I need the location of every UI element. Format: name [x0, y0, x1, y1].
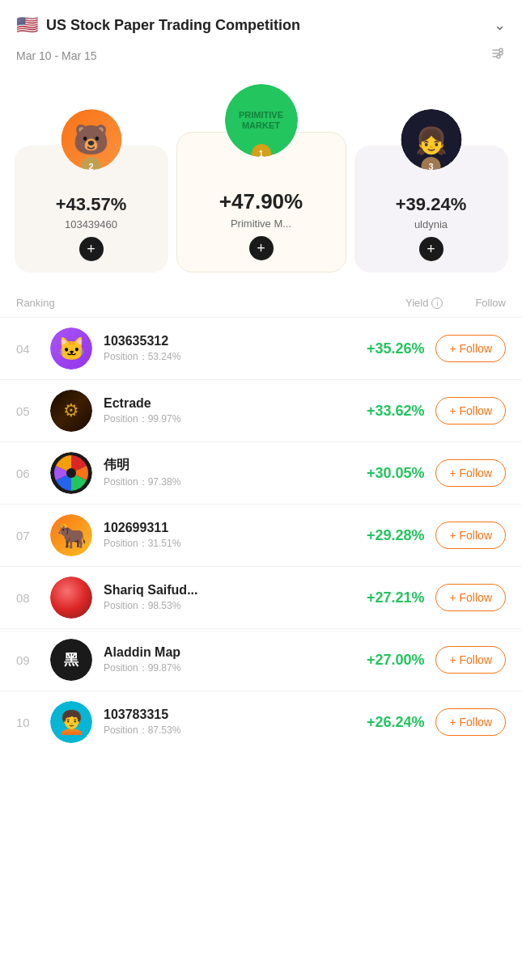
- chevron-down-icon[interactable]: ⌄: [494, 16, 506, 34]
- row-info: 103635312 Position：53.24%: [104, 334, 340, 364]
- podium-first-avatar: PRIMITIVEMARKET 1: [225, 84, 298, 157]
- row-avatar: ⚙: [50, 390, 92, 432]
- header-left: 🇺🇸 US Stock Paper Trading Competition: [16, 15, 300, 36]
- rank-number: 08: [16, 591, 39, 605]
- podium-second-yield: +43.57%: [56, 194, 126, 215]
- table-row: 07 🐂 102699311 Position：31.51% +29.28% +…: [0, 504, 522, 566]
- follow-button[interactable]: + Follow: [435, 397, 506, 425]
- table-row: 06 伟明 Position：97.38% +30.05% + Follow: [0, 441, 522, 504]
- row-name: 102699311: [104, 521, 340, 535]
- flag-icon: 🇺🇸: [16, 15, 38, 36]
- podium-second-name: 103439460: [65, 218, 117, 230]
- podium-first: PRIMITIVEMARKET 1 +47.90% Primitive M...…: [176, 132, 346, 272]
- podium-second-avatar: 🐻 2: [61, 109, 121, 170]
- rank-number: 06: [16, 467, 39, 480]
- row-yield: +30.05%: [351, 465, 424, 482]
- row-position: Position：99.97%: [104, 412, 340, 426]
- row-name: 103635312: [104, 334, 340, 348]
- row-avatar: 黑: [50, 639, 92, 681]
- row-position: Position：99.87%: [104, 661, 340, 675]
- podium-first-yield: +47.90%: [219, 189, 303, 214]
- follow-button[interactable]: + Follow: [435, 584, 506, 611]
- svg-point-4: [499, 52, 503, 55]
- row-name: Ectrade: [104, 396, 340, 411]
- follow-button[interactable]: + Follow: [435, 708, 506, 736]
- row-avatar: 🧑‍🦱: [50, 701, 92, 743]
- competition-title: US Stock Paper Trading Competition: [46, 17, 300, 34]
- date-row: Mar 10 - Mar 15: [0, 42, 522, 75]
- ranking-header-label: Ranking: [16, 297, 55, 309]
- row-name: 103783315: [104, 708, 340, 722]
- row-info: Ectrade Position：99.97%: [104, 396, 340, 426]
- podium-first-name: Primitive M...: [231, 218, 291, 230]
- table-row: 08 Shariq Saifud... Position：98.53% +27.…: [0, 566, 522, 628]
- row-avatar: 🐱: [50, 327, 92, 370]
- row-info: 102699311 Position：31.51%: [104, 521, 340, 551]
- row-avatar: [50, 577, 92, 619]
- row-avatar: [50, 452, 92, 494]
- podium-second-follow-button[interactable]: +: [79, 237, 104, 261]
- svg-point-9: [66, 468, 76, 478]
- follow-header-label: Follow: [475, 297, 506, 309]
- row-info: Shariq Saifud... Position：98.53%: [104, 583, 340, 613]
- table-row: 04 🐱 103635312 Position：53.24% +35.26% +…: [0, 317, 522, 379]
- podium-second: 🐻 2 +43.57% 103439460 +: [15, 146, 168, 272]
- row-position: Position：31.51%: [104, 537, 340, 551]
- row-position: Position：97.38%: [104, 475, 340, 489]
- podium-third-yield: +39.24%: [396, 194, 466, 215]
- table-row: 05 ⚙ Ectrade Position：99.97% +33.62% + F…: [0, 379, 522, 441]
- row-yield: +27.00%: [351, 652, 424, 669]
- follow-button[interactable]: + Follow: [435, 335, 506, 362]
- follow-button[interactable]: + Follow: [435, 459, 506, 487]
- row-position: Position：53.24%: [104, 350, 340, 364]
- row-name: 伟明: [104, 457, 340, 474]
- rank-number: 09: [16, 653, 39, 667]
- row-info: 103783315 Position：87.53%: [104, 708, 340, 737]
- podium-third-name: uldynia: [414, 218, 448, 230]
- row-yield: +29.28%: [351, 527, 424, 544]
- row-yield: +27.21%: [351, 589, 424, 606]
- ranking-header: Ranking Yield i Follow: [0, 289, 522, 317]
- row-yield: +26.24%: [351, 714, 424, 731]
- podium-first-follow-button[interactable]: +: [249, 236, 274, 260]
- podium-third: 👧 3 +39.24% uldynia +: [354, 146, 508, 272]
- ranking-list: 04 🐱 103635312 Position：53.24% +35.26% +…: [0, 317, 522, 753]
- svg-point-5: [497, 55, 500, 58]
- row-position: Position：87.53%: [104, 724, 340, 737]
- yield-info-icon[interactable]: i: [431, 298, 443, 309]
- filter-icon[interactable]: [490, 45, 506, 65]
- row-yield: +35.26%: [351, 340, 424, 357]
- podium-third-avatar: 👧 3: [401, 109, 461, 170]
- row-position: Position：98.53%: [104, 599, 340, 613]
- rank-number: 07: [16, 529, 39, 543]
- row-name: Aladdin Map: [104, 645, 340, 660]
- follow-button[interactable]: + Follow: [435, 522, 506, 549]
- yield-header-label: Yield i: [405, 297, 443, 309]
- date-range: Mar 10 - Mar 15: [16, 49, 97, 62]
- podium-third-follow-button[interactable]: +: [419, 237, 443, 261]
- row-avatar: 🐂: [50, 514, 92, 556]
- table-row: 09 黑 Aladdin Map Position：99.87% +27.00%…: [0, 628, 522, 691]
- table-row: 10 🧑‍🦱 103783315 Position：87.53% +26.24%…: [0, 691, 522, 753]
- rank-number: 10: [16, 716, 39, 729]
- row-info: Aladdin Map Position：99.87%: [104, 645, 340, 675]
- podium-area: 🐻 2 +43.57% 103439460 + PRIMITIVEMARKET …: [0, 124, 522, 289]
- rank-number: 05: [16, 404, 39, 418]
- rank-number: 04: [16, 342, 39, 356]
- row-yield: +33.62%: [351, 403, 424, 420]
- row-name: Shariq Saifud...: [104, 583, 340, 598]
- row-info: 伟明 Position：97.38%: [104, 457, 340, 489]
- svg-text:👧: 👧: [415, 125, 448, 156]
- header: 🇺🇸 US Stock Paper Trading Competition ⌄: [0, 0, 522, 42]
- follow-button[interactable]: + Follow: [435, 646, 506, 674]
